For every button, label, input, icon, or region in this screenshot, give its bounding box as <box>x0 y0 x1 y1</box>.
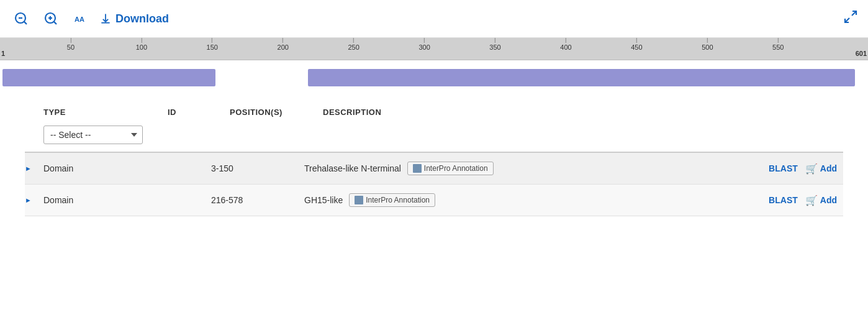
data-rows: ► Domain 3-150 Trehalase-like N-terminal… <box>25 152 843 216</box>
reset-zoom-button[interactable]: AA <box>70 7 92 30</box>
ruler-tick: 250 <box>348 38 359 51</box>
domain-bar-2[interactable] <box>308 69 855 86</box>
blast-button-0[interactable]: BLAST <box>769 163 798 173</box>
bars-area <box>0 60 868 98</box>
cart-icon-0: 🛒 <box>805 163 818 175</box>
col-header-description: DESCRIPTION <box>323 108 843 117</box>
ruler-end: 601 <box>856 50 867 57</box>
ruler-inner: 1 601 50100150200250300350400450500550 <box>0 38 868 60</box>
domain-bar-1[interactable] <box>2 69 215 86</box>
select-wrapper: -- Select --DomainRegionSiteBinding site… <box>25 126 843 144</box>
blast-button-1[interactable]: BLAST <box>769 195 798 205</box>
ruler-tick: 550 <box>772 38 784 51</box>
column-headers: TYPE ID POSITION(S) DESCRIPTION <box>25 108 843 122</box>
download-button[interactable]: Download <box>99 12 169 25</box>
table-section: TYPE ID POSITION(S) DESCRIPTION -- Selec… <box>0 98 868 226</box>
ruler-tick: 200 <box>278 38 289 51</box>
download-label: Download <box>115 12 169 25</box>
row-expand-1[interactable]: ► <box>25 196 43 204</box>
ruler-tick: 150 <box>207 38 218 51</box>
zoom-in-button[interactable] <box>40 7 62 30</box>
row-actions-0: BLAST 🛒 Add <box>769 163 843 175</box>
zoom-out-button[interactable] <box>10 7 32 30</box>
ruler-tick: 300 <box>418 38 430 51</box>
row-type-1: Domain <box>43 195 149 205</box>
row-position-1: 216-578 <box>211 195 304 205</box>
ruler-start: 1 <box>1 50 5 57</box>
row-actions-1: BLAST 🛒 Add <box>769 195 843 206</box>
svg-line-1 <box>24 22 27 24</box>
ruler-tick: 400 <box>560 38 571 51</box>
add-button-1[interactable]: 🛒 Add <box>805 195 837 206</box>
col-header-type: TYPE <box>43 108 168 117</box>
row-position-0: 3-150 <box>211 163 304 173</box>
row-description-text-1: GH15-like <box>304 195 343 205</box>
row-description-1: GH15-like InterPro Annotation <box>304 193 769 207</box>
ruler-tick: 100 <box>136 38 147 51</box>
interpro-icon-0 <box>413 164 422 173</box>
row-description-text-0: Trehalase-like N-terminal <box>304 163 401 173</box>
svg-line-4 <box>54 22 57 24</box>
ruler-tick: 50 <box>67 38 75 51</box>
table-row: ► Domain 3-150 Trehalase-like N-terminal… <box>25 153 843 185</box>
row-expand-0[interactable]: ► <box>25 165 43 172</box>
ruler-tick: 350 <box>489 38 500 51</box>
ruler: 1 601 50100150200250300350400450500550 <box>0 38 868 60</box>
row-type-0: Domain <box>43 163 149 173</box>
row-description-0: Trehalase-like N-terminal InterPro Annot… <box>304 162 769 175</box>
interpro-icon-1 <box>355 196 363 204</box>
col-header-position: POSITION(S) <box>230 108 323 117</box>
ruler-tick: 450 <box>631 38 642 51</box>
interpro-badge-0[interactable]: InterPro Annotation <box>407 162 494 175</box>
col-header-id: ID <box>168 108 230 117</box>
interpro-badge-1[interactable]: InterPro Annotation <box>349 193 435 207</box>
cart-icon-1: 🛒 <box>805 195 818 206</box>
svg-text:AA: AA <box>75 16 84 23</box>
ruler-tick: 500 <box>702 38 713 51</box>
table-row: ► Domain 216-578 GH15-like InterPro Anno… <box>25 185 843 216</box>
toolbar: AA Download <box>0 0 868 38</box>
add-button-0[interactable]: 🛒 Add <box>805 163 837 175</box>
fullscreen-button[interactable] <box>843 9 858 28</box>
type-select[interactable]: -- Select --DomainRegionSiteBinding site… <box>43 126 143 144</box>
